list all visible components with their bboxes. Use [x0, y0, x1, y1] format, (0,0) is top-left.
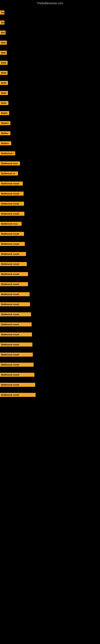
- bottleneck-result-badge: Bottle: [0, 111, 9, 115]
- bottleneck-result-badge: Bottleneck result: [0, 312, 31, 316]
- result-row: Bottlen: [0, 140, 100, 146]
- result-row: Bottleneck result: [0, 251, 100, 257]
- bottleneck-result-badge: Bottleneck result: [0, 202, 24, 206]
- bottleneck-result-badge: Bottleneck r: [0, 151, 15, 155]
- result-row: Bottleneck result: [0, 321, 100, 328]
- bottleneck-result-badge: Bott: [0, 51, 7, 55]
- result-row: Bottleneck resu: [0, 160, 100, 167]
- result-row: Bottleneck result: [0, 341, 100, 348]
- result-row: Bottleneck result: [0, 231, 100, 237]
- result-row: Bottler: [0, 130, 100, 136]
- result-row: Bottleneck result: [0, 331, 100, 338]
- bottleneck-result-badge: Bottl: [0, 91, 8, 95]
- bottleneck-result-badge: Bottleneck result: [0, 332, 32, 336]
- result-row: Bottleneck r: [0, 150, 100, 156]
- bottleneck-result-badge: Bottleneck result: [0, 272, 28, 276]
- result-row: Bottleneck result: [0, 352, 100, 358]
- bottleneck-result-badge: Bottler: [0, 131, 10, 135]
- result-row: Bottl: [0, 100, 100, 106]
- bottleneck-result-badge: Bottl: [0, 71, 8, 75]
- bottleneck-result-badge: Bottleneck result: [0, 192, 24, 196]
- result-row: Bottleneck result: [0, 180, 100, 187]
- result-row: Bottleneck result: [0, 362, 100, 368]
- bottleneck-result-badge: Bottlen: [0, 121, 10, 125]
- bottleneck-result-badge: Bottleneck result: [0, 302, 30, 306]
- result-row: Bottl: [0, 70, 100, 76]
- result-row: Bottl: [0, 90, 100, 96]
- site-title: TheBottlenecker.com: [0, 0, 100, 6]
- result-row: Bottle: [0, 110, 100, 116]
- result-row: Bottleneck resu: [0, 220, 100, 227]
- bottleneck-result-badge: Bottl: [0, 61, 8, 65]
- result-row: Bottlen: [0, 120, 100, 126]
- result-row: Bottleneck result: [0, 291, 100, 298]
- bottleneck-result-badge: Bo: [0, 20, 4, 24]
- result-row: Bottleneck result: [0, 241, 100, 247]
- bottleneck-result-badge: Bottleneck result: [0, 342, 32, 346]
- bottleneck-result-badge: Bottleneck re: [0, 172, 18, 176]
- bottleneck-result-badge: Bottleneck result: [0, 393, 36, 397]
- bottleneck-result-badge: Bottleneck result: [0, 373, 34, 377]
- result-row: Bo: [0, 9, 100, 16]
- bottleneck-result-badge: Bottleneck result: [0, 262, 27, 266]
- bottleneck-result-badge: Bottleneck result: [0, 282, 28, 286]
- bottleneck-result-badge: Bottleneck result: [0, 363, 34, 367]
- bottleneck-result-badge: Bottleneck result: [0, 242, 25, 246]
- bottleneck-result-badge: Bottleneck resu: [0, 162, 20, 166]
- result-row: Bott: [0, 50, 100, 56]
- bottleneck-result-badge: Bottleneck result: [0, 212, 24, 216]
- result-row: Bott: [0, 40, 100, 46]
- result-row: Bottleneck result: [0, 372, 100, 378]
- bottleneck-result-badge: Bottleneck result: [0, 232, 24, 236]
- result-row: Bottl: [0, 60, 100, 66]
- result-row: Bottleneck re: [0, 170, 100, 177]
- bottleneck-result-badge: Bottleneck resu: [0, 222, 22, 226]
- result-row: Bottleneck result: [0, 311, 100, 318]
- result-row: Bottleneck result: [0, 392, 100, 398]
- bottleneck-result-badge: Bottleneck result: [0, 292, 30, 296]
- bottleneck-result-badge: Bottleneck result: [0, 182, 23, 186]
- result-row: Bottleneck result: [0, 200, 100, 207]
- result-row: Bottleneck result: [0, 210, 100, 217]
- bottleneck-result-badge: Bottlen: [0, 141, 11, 145]
- bottleneck-result-badge: Bottl: [0, 81, 8, 85]
- bottleneck-result-badge: Bottleneck result: [0, 252, 26, 256]
- bottleneck-result-badge: Bottl: [0, 101, 8, 105]
- bottleneck-result-badge: Bottleneck result: [0, 352, 33, 356]
- bottleneck-result-badge: Bo: [0, 10, 4, 14]
- bottleneck-result-badge: Bottleneck result: [0, 383, 35, 387]
- result-row: Bottleneck result: [0, 301, 100, 308]
- result-row: Bottl: [0, 80, 100, 86]
- result-row: Bottleneck result: [0, 382, 100, 388]
- result-row: Bottleneck result: [0, 271, 100, 277]
- bottleneck-result-badge: Bott: [0, 41, 7, 45]
- bottleneck-result-badge: Bottleneck result: [0, 322, 32, 326]
- result-row: Bottleneck result: [0, 281, 100, 288]
- result-row: Bot: [0, 30, 100, 36]
- result-row: Bo: [0, 19, 100, 26]
- bottleneck-result-badge: Bot: [0, 30, 6, 34]
- result-row: Bottleneck result: [0, 190, 100, 197]
- result-row: Bottleneck result: [0, 261, 100, 267]
